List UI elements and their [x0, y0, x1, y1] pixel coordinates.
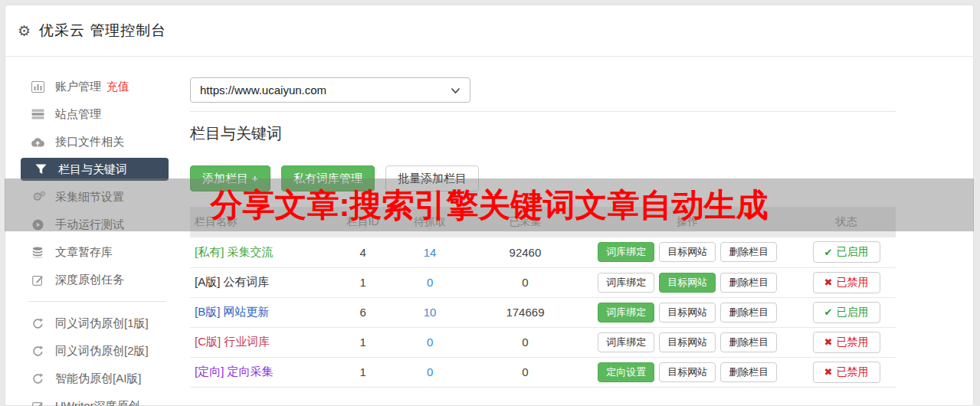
status-toggle-button[interactable]: ✔已启用 [813, 302, 880, 323]
sidebar-item-6[interactable]: 文章暂存库 [5, 238, 189, 266]
action-button-2[interactable]: 删除栏目 [720, 362, 777, 382]
gear-icon: ⚙ [18, 24, 31, 38]
column-name-link[interactable]: [A版] 公有词库 [195, 275, 270, 288]
cross-icon: ✖ [824, 336, 833, 348]
refresh-icon [30, 373, 45, 385]
site-list-icon [30, 109, 45, 120]
pending-count-link[interactable]: 10 [424, 306, 437, 319]
columns-table: 栏目名称栏目ID待抓取已采集操作状态 [私有] 采集交流41492460词库绑定… [190, 207, 896, 388]
action-button-0[interactable]: 定向设置 [598, 362, 654, 382]
sidebar-item-label: UWriter深度原创 [55, 399, 140, 406]
check-icon: ✔ [824, 247, 833, 258]
action-button-0[interactable]: 词库绑定 [598, 273, 654, 293]
sidebar-item-label: 接口文件相关 [55, 135, 124, 149]
sidebar-item-label: 文章暂存库 [55, 245, 113, 260]
action-button-0[interactable]: 词库绑定 [598, 332, 654, 352]
sidebar-item-label: 手动运行测试 [55, 218, 124, 232]
sidebar-item-label: 栏目与关键词 [58, 162, 127, 177]
cloud-upload-icon [30, 137, 45, 147]
pending-count-link[interactable]: 0 [427, 276, 433, 289]
action-button-1[interactable]: 目标网站 [659, 273, 716, 293]
refresh-icon [30, 318, 45, 329]
status-toggle-button[interactable]: ✖已禁用 [813, 332, 880, 353]
private-lexicon-button[interactable]: 私有词库管理 [281, 165, 375, 192]
action-button-2[interactable]: 删除栏目 [720, 242, 777, 262]
action-button-0[interactable]: 词库绑定 [598, 242, 654, 262]
status-toggle-button[interactable]: ✔已启用 [813, 241, 880, 263]
sidebar-item-label: 采集细节设置 [55, 190, 124, 205]
pending-count-link[interactable]: 14 [424, 246, 437, 259]
column-name-link[interactable]: [C版] 行业词库 [195, 335, 270, 348]
row-actions: 词库绑定目标网站删除栏目 [578, 332, 798, 352]
collected-count: 174669 [472, 297, 578, 327]
row-actions: 词库绑定目标网站删除栏目 [578, 242, 798, 262]
row-actions: 词库绑定目标网站删除栏目 [578, 303, 798, 323]
cross-icon: ✖ [824, 277, 833, 288]
sidebar-item-9[interactable]: 同义词伪原创[2版] [5, 337, 189, 365]
batch-add-column-button[interactable]: 批量添加栏目 [385, 165, 479, 192]
page: ⚙ 优采云 管理控制台 账户管理充值站点管理接口文件相关栏目与关键词⚙⚙采集细节… [0, 0, 980, 406]
sidebar-item-3[interactable]: 栏目与关键词 [21, 158, 169, 181]
status-label: 已禁用 [836, 336, 868, 349]
collected-count: 0 [472, 357, 578, 387]
column-header-5: 状态 [797, 207, 896, 237]
status-label: 已禁用 [836, 365, 868, 379]
action-button-1[interactable]: 目标网站 [659, 242, 716, 262]
collected-count: 92460 [472, 237, 578, 267]
table-row: [私有] 采集交流41492460词库绑定目标网站删除栏目✔已启用 [190, 237, 896, 267]
site-select[interactable]: https://www.ucaiyun.com [190, 77, 470, 103]
sidebar-divider [28, 301, 166, 302]
action-button-2[interactable]: 删除栏目 [720, 332, 777, 352]
bar-chart-icon [30, 81, 45, 93]
sidebar-item-2[interactable]: 接口文件相关 [5, 128, 189, 156]
sidebar-item-label: 智能伪原创[AI版] [55, 372, 142, 386]
sidebar-item-label: 同义词伪原创[2版] [55, 344, 149, 359]
app-header: ⚙ 优采云 管理控制台 [5, 5, 973, 57]
status-label: 已启用 [836, 245, 868, 259]
status-label: 已禁用 [836, 276, 868, 290]
funnel-icon [33, 164, 48, 175]
play-icon [30, 219, 45, 231]
sidebar: 账户管理充值站点管理接口文件相关栏目与关键词⚙⚙采集细节设置手动运行测试文章暂存… [5, 57, 189, 406]
chevron-down-icon [451, 83, 461, 97]
sidebar-item-7[interactable]: 深度原创任务 [5, 266, 189, 293]
database-icon [30, 247, 45, 258]
sidebar-item-label: 同义词伪原创[1版] [55, 316, 149, 331]
pending-count-link[interactable]: 0 [427, 336, 433, 349]
column-name-link[interactable]: [私有] 采集交流 [195, 245, 274, 258]
column-name-link[interactable]: [定向] 定向采集 [195, 365, 274, 378]
check-icon: ✔ [824, 306, 833, 318]
table-row: [定向] 定向采集100定向设置目标网站删除栏目✖已禁用 [190, 357, 896, 387]
status-toggle-button[interactable]: ✖已禁用 [813, 272, 880, 293]
section-title: 栏目与关键词 [190, 123, 896, 144]
action-button-1[interactable]: 目标网站 [659, 362, 716, 382]
sidebar-item-label: 账户管理 [55, 80, 101, 94]
sidebar-item-label: 站点管理 [55, 107, 101, 122]
action-button-1[interactable]: 目标网站 [659, 303, 716, 323]
app-title: 优采云 管理控制台 [39, 21, 166, 41]
status-label: 已启用 [836, 306, 868, 319]
pending-count-link[interactable]: 0 [427, 365, 433, 378]
recharge-badge[interactable]: 充值 [107, 80, 129, 94]
action-button-2[interactable]: 删除栏目 [720, 273, 777, 293]
sidebar-item-4[interactable]: ⚙⚙采集细节设置 [5, 183, 189, 211]
sidebar-item-11[interactable]: UWriter深度原创 [5, 392, 189, 406]
sidebar-item-8[interactable]: 同义词伪原创[1版] [5, 309, 189, 337]
sidebar-item-0[interactable]: 账户管理充值 [5, 73, 189, 100]
collected-count: 0 [472, 267, 578, 297]
status-toggle-button[interactable]: ✖已禁用 [813, 362, 880, 383]
add-column-button[interactable]: 添加栏目 + [190, 165, 270, 192]
column-name-link[interactable]: [B版] 网站更新 [195, 305, 270, 318]
column-header-0: 栏目名称 [190, 207, 338, 237]
row-actions: 定向设置目标网站删除栏目 [578, 362, 798, 382]
action-button-1[interactable]: 目标网站 [659, 332, 716, 352]
sidebar-item-10[interactable]: 智能伪原创[AI版] [5, 365, 189, 392]
column-id-value: 6 [338, 297, 387, 327]
refresh-icon [30, 345, 45, 357]
sidebar-item-5[interactable]: 手动运行测试 [5, 211, 189, 238]
table-header: 栏目名称栏目ID待抓取已采集操作状态 [190, 207, 896, 237]
action-button-0[interactable]: 词库绑定 [598, 303, 654, 323]
sidebar-item-1[interactable]: 站点管理 [5, 100, 189, 128]
column-id-value: 4 [338, 237, 387, 267]
action-button-2[interactable]: 删除栏目 [720, 303, 777, 323]
